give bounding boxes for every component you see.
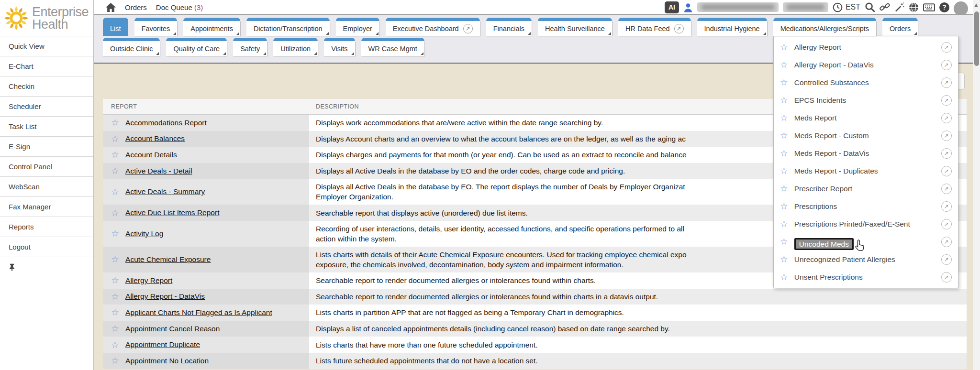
favorite-star-icon[interactable]: ☆ — [111, 166, 119, 175]
doc-queue-link[interactable]: Doc Queue (3) — [156, 3, 203, 11]
report-link[interactable]: Allergy Report - DataVis — [125, 292, 205, 301]
report-link[interactable]: Acute Chemical Exposure — [125, 255, 211, 264]
favorite-star-icon[interactable]: ☆ — [780, 131, 788, 140]
tab-list[interactable]: List — [103, 18, 128, 36]
link-icon[interactable] — [880, 2, 890, 12]
favorite-star-icon[interactable]: ☆ — [780, 166, 788, 175]
open-in-new-icon[interactable]: ↗ — [941, 60, 952, 70]
open-in-new-icon[interactable]: ↗ — [941, 42, 952, 53]
tab-industrial-hygiene[interactable]: Industrial Hygiene — [697, 18, 767, 36]
user-icon[interactable] — [683, 2, 693, 12]
open-in-new-icon[interactable]: ↗ — [941, 201, 952, 212]
tab-orders[interactable]: Orders — [882, 18, 918, 36]
tab-appointments[interactable]: Appointments — [183, 18, 240, 36]
dropdown-item-prescriber-report[interactable]: ☆ Prescriber Report ↗ — [774, 180, 958, 197]
favorite-star-icon[interactable]: ☆ — [111, 255, 119, 264]
open-in-new-icon[interactable]: ↗ — [941, 131, 952, 141]
sidebar-item-scheduler[interactable]: Scheduler — [0, 97, 93, 117]
favorite-star-icon[interactable]: ☆ — [780, 255, 788, 264]
tab-hr-data-feed[interactable]: HR Data Feed↗ — [618, 18, 691, 36]
open-in-new-icon[interactable]: ↗ — [941, 254, 952, 265]
tab-health-surveillance[interactable]: Health Surveillance — [538, 18, 612, 36]
report-link[interactable]: Appointment Cancel Reason — [125, 325, 220, 333]
open-in-new-icon[interactable]: ↗ — [941, 148, 952, 159]
sidebar-item-reports[interactable]: Reports — [0, 217, 93, 237]
sidebar-item-webscan[interactable]: WebScan — [0, 177, 93, 197]
favorite-star-icon[interactable]: ☆ — [111, 208, 119, 218]
favorite-star-icon[interactable]: ☆ — [780, 96, 788, 105]
favorite-star-icon[interactable]: ☆ — [780, 184, 788, 193]
dropdown-item-unsent-prescriptions[interactable]: ☆ Unsent Prescriptions ↗ — [774, 268, 958, 286]
clock-icon[interactable] — [833, 2, 843, 12]
scrollbar-thumb[interactable] — [974, 11, 979, 66]
favorite-star-icon[interactable]: ☆ — [111, 292, 119, 301]
keyboard-icon[interactable] — [923, 3, 935, 11]
report-link[interactable]: Allergy Report — [125, 276, 172, 285]
tab-medications-allergies-scripts[interactable]: Medications/Allergies/Scripts ☆ Allergy … — [773, 18, 876, 36]
tab-dictation-transcription[interactable]: Dictation/Transcription — [246, 18, 330, 36]
tab-wr-case-mgmt[interactable]: WR Case Mgmt — [361, 38, 424, 56]
favorite-star-icon[interactable]: ☆ — [111, 308, 119, 317]
sidebar-item-fax-manager[interactable]: Fax Manager — [0, 197, 93, 217]
favorite-star-icon[interactable]: ☆ — [111, 276, 119, 285]
help-icon[interactable]: ? — [939, 2, 949, 12]
home-icon[interactable] — [106, 3, 116, 12]
report-link[interactable]: Appointment No Location — [125, 357, 209, 365]
report-link[interactable]: Active Deals - Summary — [125, 187, 205, 196]
favorite-star-icon[interactable]: ☆ — [111, 134, 119, 143]
search-icon[interactable] — [865, 2, 875, 12]
open-in-new-icon[interactable]: ↗ — [941, 77, 952, 88]
report-link[interactable]: Active Due List Items Report — [125, 208, 219, 217]
favorite-star-icon[interactable]: ☆ — [111, 150, 119, 159]
favorite-star-icon[interactable]: ☆ — [780, 78, 788, 87]
scroll-up-arrow-icon[interactable] — [974, 3, 978, 7]
dropdown-item-meds-report-custom[interactable]: ☆ Meds Report - Custom ↗ — [774, 127, 958, 144]
sidebar-item-task-list[interactable]: Task List — [0, 117, 93, 137]
favorite-star-icon[interactable]: ☆ — [111, 340, 119, 349]
dropdown-item-allergy-report-datavis[interactable]: ☆ Allergy Report - DataVis ↗ — [774, 56, 958, 74]
sidebar-item-logout[interactable]: Logout — [0, 237, 93, 257]
tab-executive-dashboard[interactable]: Executive Dashboard↗ — [386, 18, 480, 36]
favorite-star-icon[interactable]: ☆ — [111, 187, 119, 196]
sidebar-pin-row[interactable] — [0, 257, 93, 277]
open-in-new-icon[interactable]: ↗ — [941, 166, 952, 176]
favorite-star-icon[interactable]: ☆ — [111, 229, 119, 238]
report-link[interactable]: Applicant Charts Not Flagged as Is Appli… — [125, 308, 272, 317]
dropdown-item-epcs-incidents[interactable]: ☆ EPCS Incidents ↗ — [774, 91, 958, 109]
sidebar-item-e-sign[interactable]: E-Sign — [0, 137, 93, 157]
open-in-new-icon[interactable]: ↗ — [463, 24, 473, 33]
open-in-new-icon[interactable]: ↗ — [941, 184, 952, 194]
sidebar-item-quick-view[interactable]: Quick View — [0, 36, 93, 56]
favorite-star-icon[interactable]: ☆ — [780, 272, 788, 282]
tab-quality-of-care[interactable]: Quality of Care — [166, 38, 227, 56]
report-link[interactable]: Account Balances — [125, 134, 185, 143]
open-in-new-icon[interactable]: ↗ — [941, 95, 952, 106]
open-in-new-icon[interactable]: ↗ — [674, 24, 684, 33]
tab-visits[interactable]: Visits — [324, 38, 355, 56]
dropdown-item-meds-report[interactable]: ☆ Meds Report ↗ — [774, 109, 958, 127]
dropdown-item-uncoded-meds[interactable]: ☆ Uncoded Meds ↗ — [774, 233, 958, 250]
favorite-star-icon[interactable]: ☆ — [780, 149, 788, 158]
favorite-star-icon[interactable]: ☆ — [780, 219, 788, 229]
ai-badge[interactable]: AI — [665, 1, 679, 13]
sidebar-item-control-panel[interactable]: Control Panel — [0, 157, 93, 177]
tab-employer[interactable]: Employer — [336, 18, 379, 36]
favorite-star-icon[interactable]: ☆ — [780, 237, 788, 246]
favorite-star-icon[interactable]: ☆ — [780, 202, 788, 211]
tab-outside-clinic[interactable]: Outside Clinic — [103, 38, 160, 56]
open-in-new-icon[interactable]: ↗ — [941, 113, 952, 123]
favorite-star-icon[interactable]: ☆ — [111, 356, 119, 365]
report-link[interactable]: Activity Log — [125, 229, 163, 238]
sidebar-item-checkin[interactable]: Checkin — [0, 76, 93, 97]
tab-favorites[interactable]: Favorites — [134, 18, 178, 36]
highlighted-menu-item[interactable]: Uncoded Meds — [794, 238, 854, 250]
favorite-star-icon[interactable]: ☆ — [780, 60, 788, 69]
report-link[interactable]: Appointment Duplicate — [125, 340, 200, 349]
tab-safety[interactable]: Safety — [233, 38, 267, 56]
report-link[interactable]: Account Details — [125, 151, 177, 159]
orders-link[interactable]: Orders — [125, 3, 147, 11]
report-link[interactable]: Active Deals - Detail — [125, 167, 192, 175]
dropdown-item-prescriptions-printed-faxed-e-sent[interactable]: ☆ Prescriptions Printed/Faxed/E-Sent ↗ — [774, 215, 958, 233]
dropdown-item-prescriptions[interactable]: ☆ Prescriptions ↗ — [774, 197, 958, 215]
favorite-star-icon[interactable]: ☆ — [111, 324, 119, 333]
